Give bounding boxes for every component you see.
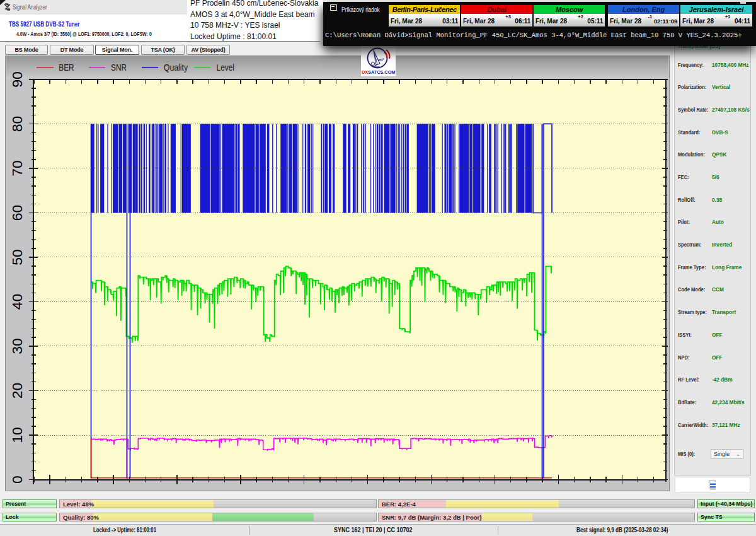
svg-text:SNR: SNR bbox=[111, 62, 127, 73]
svg-text:40: 40 bbox=[9, 294, 25, 310]
svg-text:Quality: Quality bbox=[164, 62, 188, 73]
svg-text:10: 10 bbox=[9, 427, 25, 443]
svg-text:60: 60 bbox=[9, 205, 25, 221]
svg-text:Level: Level bbox=[217, 62, 234, 73]
svg-text:90: 90 bbox=[9, 71, 25, 88]
svg-text:BER: BER bbox=[59, 62, 74, 73]
svg-text:20: 20 bbox=[9, 383, 25, 399]
svg-text:80: 80 bbox=[9, 116, 25, 132]
svg-text:50: 50 bbox=[9, 249, 25, 265]
svg-text:0: 0 bbox=[9, 475, 25, 484]
svg-text:30: 30 bbox=[9, 338, 25, 354]
svg-text:DXSATCS.COM: DXSATCS.COM bbox=[362, 69, 395, 75]
svg-text:70: 70 bbox=[9, 160, 25, 177]
